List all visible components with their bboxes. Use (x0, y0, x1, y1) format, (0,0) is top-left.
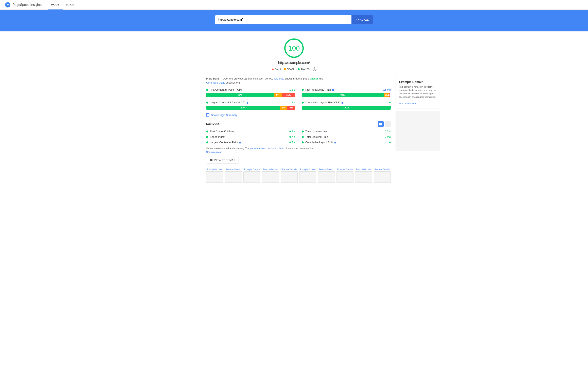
lab-metric-si: Speed Index 0.7 s (206, 135, 295, 138)
see-calculator-link[interactable]: See calculator. (206, 151, 222, 153)
thumb-8-label: Example Domain (336, 168, 354, 171)
thumbnail-4: Example Domain (262, 168, 279, 183)
lab-lcp-name: Largest Contentful Paint (210, 141, 288, 144)
thumbnail-8: Example Domain (336, 168, 354, 183)
main-content: 100 http://example.com/ 0–49 50–89 90–10… (203, 32, 385, 193)
metric-fcp-value: 1.8 s (289, 88, 295, 91)
values-note: Values are estimated and may vary. The p… (206, 147, 391, 154)
field-data-desc-end: assessment. (226, 81, 241, 84)
lab-metric-fcp: First Contentful Paint 0.7 s (206, 130, 295, 133)
performance-score-link[interactable]: performance score is calculated (250, 147, 284, 150)
thumb-4-label: Example Domain (262, 168, 279, 171)
analyze-button[interactable]: ANALYZE (352, 15, 373, 24)
thumb-8-img (336, 171, 354, 183)
bar-fid-green: 92% (302, 93, 384, 97)
bar-cls-green: 100% (302, 106, 391, 110)
svg-rect-5 (386, 123, 389, 123)
thumb-10-label: Example Domain (374, 168, 391, 171)
field-data-desc-suffix: the (319, 77, 323, 80)
bar-fcp-orange: 9% (274, 93, 282, 97)
field-data-title: Field Data (206, 77, 219, 80)
lab-lcp-dot (206, 141, 208, 143)
url-input[interactable] (215, 15, 352, 24)
metric-lcp-bar: 83% 8% 9% (206, 106, 295, 110)
lab-metrics-grid: First Contentful Paint 0.7 s Time to Int… (206, 130, 391, 144)
app-title: PageSpeed Insights (13, 3, 42, 7)
bar-lcp-green: 83% (206, 106, 280, 110)
lab-fcp-dot (206, 130, 208, 132)
metric-fid-value: 15 ms (383, 88, 391, 91)
view-toggle (378, 121, 391, 127)
metric-lcp-value: 1.7 s (289, 101, 295, 104)
lab-fcp-value: 0.7 s (289, 130, 295, 133)
score-number: 100 (288, 44, 300, 52)
metric-lcp-name: Largest Contentful Paint (LCP) (210, 101, 288, 104)
top-bar: PageSpeed Insights HOME DOCS (0, 0, 588, 10)
core-web-vitals-link[interactable]: Core Web Vitals (206, 81, 225, 84)
field-data-link[interactable]: field data (273, 77, 284, 80)
passes-text: passes (310, 77, 319, 80)
pagespeed-logo-icon (5, 2, 11, 8)
show-origin-label[interactable]: Show Origin Summary (211, 113, 237, 117)
lab-si-dot (206, 136, 208, 138)
legend-triangle-icon (272, 68, 274, 70)
lab-fcp-name: First Contentful Paint (210, 130, 288, 133)
legend-item-high: 90–100 (298, 68, 309, 71)
svg-rect-4 (381, 124, 382, 126)
lab-tbt-name: Total Blocking Time (305, 135, 383, 138)
svg-rect-2 (381, 123, 382, 124)
metric-lcp-header: Largest Contentful Paint (LCP) 1.7 s (206, 101, 295, 104)
lab-metric-cls: Cumulative Layout Shift 0 (302, 141, 391, 144)
nav-tab-home[interactable]: HOME (48, 0, 63, 9)
metric-fcp-dot (206, 89, 208, 91)
svg-rect-7 (386, 125, 389, 125)
thumb-7-label: Example Domain (318, 168, 335, 171)
metric-cls-bar: 100% (302, 106, 391, 110)
thumbnail-9: Example Domain (355, 168, 372, 183)
lab-lcp-blue-square-icon (239, 142, 241, 143)
lab-metric-tti: Time to Interactive 0.7 s (302, 130, 391, 133)
bar-lcp-red: 9% (287, 106, 295, 110)
search-row: ANALYZE (215, 15, 373, 24)
toggle-grid-button[interactable] (378, 121, 384, 127)
bar-fid-red: 1% (389, 93, 390, 97)
sidebar-more-info-link[interactable]: More information... (399, 102, 418, 105)
treemap-icon (210, 159, 212, 162)
thumb-4-img (262, 171, 279, 183)
thumbnails-row: Example Domain Example Domain Example Do… (206, 168, 391, 183)
thumb-2-label: Example Domain (225, 168, 242, 171)
metric-fcp-name: First Contentful Paint (FCP) (210, 88, 288, 91)
legend-low-range: 0–49 (275, 68, 281, 71)
lab-tti-name: Time to Interactive (305, 130, 383, 133)
score-legend: 0–49 50–89 90–100 i (272, 67, 316, 71)
metric-cls-value: 0 (389, 101, 391, 104)
score-info-icon[interactable]: i (313, 67, 316, 71)
lab-metric-lcp: Largest Contentful Paint 0.7 s (206, 141, 295, 144)
thumbnail-10: Example Domain (374, 168, 391, 183)
metric-fid-bar: 92% 6% 1% (302, 93, 391, 97)
thumbnail-6: Example Domain (299, 168, 316, 183)
lab-cls-blue-square-icon (335, 142, 336, 143)
lab-si-name: Speed Index (210, 135, 288, 138)
metric-fcp-header: First Contentful Paint (FCP) 1.8 s (206, 88, 295, 91)
show-origin-checkbox-icon[interactable] (206, 113, 210, 117)
metric-fid-dot (302, 89, 304, 91)
lcp-blue-square-icon (247, 102, 248, 104)
nav-tab-docs[interactable]: DOCS (63, 0, 77, 9)
lab-data-header-row: Lab Data (206, 121, 391, 127)
lab-data-section: Lab Data (206, 121, 391, 183)
svg-rect-9 (211, 159, 212, 160)
svg-rect-1 (379, 123, 381, 124)
view-treemap-button[interactable]: VIEW TREEMAP (206, 157, 239, 164)
score-circle: 100 (284, 39, 304, 58)
show-origin-row[interactable]: Show Origin Summary (206, 113, 391, 117)
metrics-grid: First Contentful Paint (FCP) 1.8 s 76% 9… (206, 88, 391, 110)
thumb-9-img (355, 171, 372, 183)
svg-rect-10 (211, 160, 212, 161)
thumb-7-img (318, 171, 335, 183)
thumb-3-label: Example Domain (243, 168, 260, 171)
hero-section: ANALYZE (0, 10, 588, 31)
sidebar: Example Domain This domain is for use in… (396, 77, 440, 151)
lab-cls-name: Cumulative Layout Shift (305, 141, 388, 144)
toggle-list-button[interactable] (385, 121, 391, 127)
